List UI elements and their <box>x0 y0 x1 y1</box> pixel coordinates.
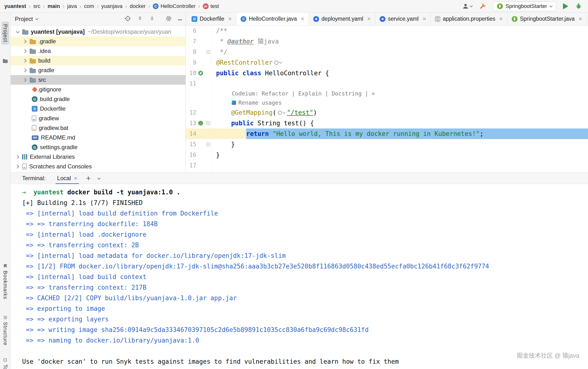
editor-line-13: 13 public String test() { <box>186 118 588 128</box>
settings-button[interactable] <box>165 15 172 23</box>
terminal-line: => exporting to image <box>22 303 588 314</box>
tab-label: application.properties <box>443 16 495 22</box>
tree-item-build-gradle[interactable]: build.gradle <box>10 94 186 104</box>
breadcrumb-item-yuantest[interactable]: yuantest <box>4 3 26 9</box>
tool-stripe-structure[interactable]: Structure <box>2 316 8 345</box>
tree-item-dockerfile[interactable]: Dockerfile <box>10 104 186 113</box>
kubernetes-icon <box>313 16 319 22</box>
close-icon[interactable]: × <box>499 15 503 23</box>
line-number: 16 <box>186 150 196 160</box>
close-icon[interactable]: × <box>367 15 371 23</box>
breadcrumb-item-docker[interactable]: docker <box>130 3 145 9</box>
editor-line-12: 12 @GetMapping("/test") <box>186 107 588 118</box>
markdown-icon <box>32 135 39 140</box>
close-icon[interactable]: × <box>301 15 304 23</box>
breadcrumb-item-java[interactable]: java <box>67 3 77 9</box>
line-number: 11 <box>186 78 196 89</box>
script-icon <box>32 115 36 121</box>
tool-stripe-project[interactable]: Project <box>1 22 9 44</box>
spring-bean-icon[interactable] <box>198 71 203 75</box>
tree-item-external-libraries[interactable]: External Libraries <box>10 152 186 162</box>
tree-item-gradle[interactable]: .gradle <box>10 37 186 46</box>
tool-stripe-toolkit[interactable]: Toolkit <box>2 359 8 369</box>
chevron-right-icon[interactable] <box>21 69 28 72</box>
new-terminal-button[interactable]: + <box>86 174 91 183</box>
fold-icon[interactable] <box>206 122 210 125</box>
terminal-line <box>22 346 588 356</box>
terminal-text: => [internal] load metadata for docker.i… <box>22 252 286 259</box>
breadcrumb-item-test[interactable]: test <box>203 3 219 9</box>
chevron-right-icon[interactable] <box>21 79 28 81</box>
code-token: * <box>216 36 227 47</box>
tree-item-src[interactable]: src <box>10 75 186 85</box>
chevron-right-icon[interactable] <box>14 165 20 168</box>
editor-tab-hellocontroller-java[interactable]: HelloController.java× <box>236 12 309 25</box>
tree-item-gradlew-bat[interactable]: gradlew.bat <box>10 123 186 133</box>
editor[interactable]: 6/**7 * @author 猿java8 */9@RestControlle… <box>186 25 588 173</box>
tree-item-yuantest-yuanjava[interactable]: yuantest [yuanjava]~/Desktop/workspace/y… <box>10 27 186 37</box>
user-button[interactable] <box>462 3 472 10</box>
terminal-line: => => transferring dockerfile: 184B <box>22 219 588 229</box>
terminal-text: => => transferring dockerfile: 184B <box>22 220 158 227</box>
debug-button[interactable] <box>575 3 582 10</box>
tree-item-gradle[interactable]: gradle <box>10 65 186 75</box>
editor-tab-dockerfile[interactable]: Dockerfile× <box>187 12 236 25</box>
breadcrumb-item-main[interactable]: main <box>48 3 60 9</box>
request-mapping-icon[interactable] <box>198 121 203 126</box>
breadcrumb-item-yuanjava[interactable]: yuanjava <box>101 3 123 9</box>
close-icon[interactable]: × <box>579 15 582 23</box>
expand-all-button[interactable] <box>137 15 143 23</box>
tree-item-label: Scratches and Consoles <box>29 163 92 170</box>
terminal-text: => => naming to docker.io/library/yuanja… <box>22 337 199 344</box>
chevron-right-icon[interactable] <box>21 50 28 52</box>
tree-item-label: build <box>38 57 51 64</box>
wrench-button[interactable] <box>479 3 486 10</box>
collapse-all-button[interactable] <box>149 15 155 23</box>
close-icon[interactable]: × <box>423 15 426 23</box>
editor-tab-deployment-yaml[interactable]: deployment.yaml× <box>309 12 375 25</box>
terminal-dropdown-button[interactable] <box>98 177 100 179</box>
breadcrumb-item-src[interactable]: src <box>33 3 40 9</box>
run-configuration-select[interactable]: SpringbootStarter <box>493 1 556 11</box>
tab-label: HelloController.java <box>249 16 297 22</box>
tree-item-label: .gitignore <box>38 86 61 93</box>
breadcrumb-item-hellocontroller[interactable]: HelloController <box>153 3 196 9</box>
codeium-inlay-row[interactable]: Codeium: Refactor | Explain | Docstring … <box>232 89 588 98</box>
editor-tab-application-properties[interactable]: application.properties× <box>431 12 507 25</box>
close-icon[interactable]: × <box>228 15 232 23</box>
run-button[interactable] <box>563 3 568 9</box>
folder-icon[interactable] <box>3 60 8 63</box>
tool-stripe-bookmarks[interactable]: Bookmarks <box>2 264 8 299</box>
close-icon[interactable]: × <box>74 175 77 182</box>
kubernetes-icon <box>380 16 385 22</box>
chevron-right-icon[interactable] <box>14 156 20 158</box>
gutter-line-16: 16 <box>186 150 211 160</box>
tree-item-label: src <box>38 76 46 83</box>
hide-button[interactable] <box>178 17 182 21</box>
locate-button[interactable] <box>124 15 131 23</box>
project-view-selector[interactable]: Project <box>15 16 38 22</box>
breadcrumb-item-com[interactable]: com <box>84 3 94 9</box>
fold-icon[interactable] <box>206 50 210 54</box>
terminal-tab-local[interactable]: Local × <box>56 173 79 184</box>
tree-item-readme-md[interactable]: README.md <box>10 133 186 143</box>
tree-item-gradlew[interactable]: gradlew <box>10 113 186 123</box>
editor-tab-springbootstarter-java[interactable]: SpringbootStarter.java× <box>507 12 587 25</box>
codeium-inlay-row[interactable]: Rename usages <box>232 98 588 107</box>
gutter-line-10: 10 <box>186 68 211 78</box>
chevron-right-icon[interactable] <box>21 59 28 62</box>
tree-item-build[interactable]: build <box>10 56 186 65</box>
tree-item-settings-gradle[interactable]: settings.gradle <box>10 143 186 152</box>
tree-item-scratches-and-consoles[interactable]: Scratches and Consoles <box>10 162 186 171</box>
tab-label: service.yaml <box>388 16 419 22</box>
line-number: 10 <box>186 68 196 78</box>
debug-bug-icon <box>575 3 582 10</box>
terminal-output[interactable]: → yuantest docker build -t yuanjava:1.0 … <box>10 184 588 369</box>
chevron-right-icon[interactable] <box>21 40 28 43</box>
editor-tab-service-yaml[interactable]: service.yaml× <box>375 12 431 25</box>
chevron-down-icon[interactable] <box>14 31 20 33</box>
breadcrumb-separator: › <box>198 3 200 10</box>
tree-item-idea[interactable]: .idea <box>10 46 186 56</box>
fold-icon[interactable] <box>206 143 210 146</box>
tree-item-gitignore[interactable]: .gitignore <box>10 85 186 94</box>
